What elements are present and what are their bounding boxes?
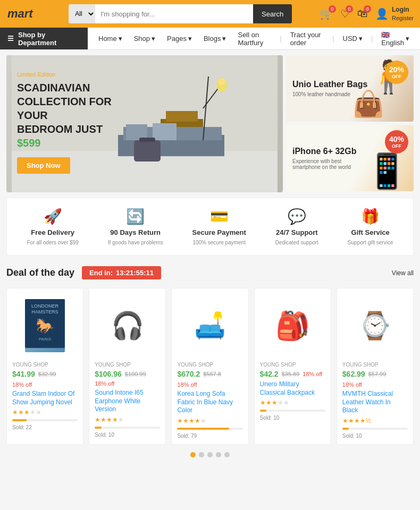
chevron-down-icon: ▾ [406,35,409,42]
star-rating: ★★★★★ [12,409,78,416]
product-name[interactable]: Sound Intone I65 Earphone White Version [95,389,160,414]
product-image-book[interactable]: LONDONERHAMSTERS 🐎 PARIS [12,294,78,358]
price-off: 18% off [177,381,197,388]
progress-fill [342,428,349,430]
chevron-down-icon: ▾ [188,35,192,42]
feature-delivery-sub: For all oders over $99 [27,240,78,245]
star-rating: ★★★★★ [177,417,242,424]
price-off: 18% off [342,381,362,388]
hero-price: $599 [17,137,41,149]
login-area[interactable]: 👤 Login Register [375,6,414,22]
product-image-headphones[interactable]: 🎧 [95,294,160,358]
search-category-select[interactable]: All [69,4,95,23]
side-banner-iphone[interactable]: iPhone 6+ 32Gb Experience with best smar… [286,125,414,191]
product-image-watch[interactable]: ⌚ [342,294,408,358]
login-link[interactable]: Login [392,6,414,14]
progress-fill [95,427,101,429]
nav-pages[interactable]: Pages ▾ [162,28,197,50]
main-nav: ☰ Shop by Department Home ▾ Shop ▾ Pages… [0,28,420,50]
watch-img: ⌚ [358,310,391,341]
product-name[interactable]: Korea Long Sofa Fabric In Blue Navy Colo… [177,390,242,415]
sold-progress-bar [177,428,242,430]
product-image-backpack[interactable]: 🎒 [260,294,325,358]
nav-track-order[interactable]: Tract your order [285,28,329,50]
chevron-down-icon: ▾ [119,35,122,42]
book-cover-img: LONDONERHAMSTERS 🐎 PARIS [25,299,65,352]
phone-illustration: 📱 [366,151,408,191]
price-row: $42.2 $35.89 18% off [260,370,325,378]
product-card-sofa: 🛋️ YOUNG SHOP $670.2 $567.8 18% off Kore… [171,288,248,445]
price-old: $35.89 [282,371,300,377]
pagination-dot-4[interactable] [216,452,221,457]
chevron-down-icon: ▾ [222,35,226,42]
deals-title: Deal of the day [6,267,74,278]
sofa-img: 🛋️ [194,311,226,341]
compare-icon-button[interactable]: 🛍 0 [357,7,368,20]
feature-support-sub: Dedicated support [275,240,318,245]
nav-language[interactable]: 🇬🇧 English ▾ [376,28,415,50]
feature-return-title: 90 Days Return [110,228,161,236]
sold-count: Sold: 10 [260,415,325,421]
pagination-dot-2[interactable] [199,452,204,457]
shop-dept-label: Shop by Department [18,31,80,47]
nav-sell[interactable]: Sell on Martfury [232,28,276,50]
feature-payment-sub: 100% secure payment [192,240,246,245]
svg-rect-7 [153,123,177,140]
pagination-dot-1[interactable] [190,452,196,457]
pagination-dot-3[interactable] [207,452,213,457]
product-shop-label: YOUNG SHOP [342,362,408,368]
hero-main-banner: Limited Edition SCADINAVIANCOLLECTION FO… [6,55,283,192]
product-shop-label: YOUNG SHOP [260,362,325,368]
search-input[interactable] [95,4,253,23]
product-card-backpack: 🎒 YOUNG SHOP $42.2 $35.89 18% off Unero … [254,288,331,445]
sold-count: Sold: 10 [95,432,160,438]
product-shop-label: YOUNG SHOP [177,362,242,368]
feature-return-sub: If goods have problems [108,240,163,245]
deals-header: Deal of the day End in: 13:21:55:11 View… [6,266,414,279]
product-name[interactable]: MVMTH Classical Leather Watch In Black [342,390,408,415]
features-bar: 🚀 Free Delivery For all oders over $99 🔄… [6,198,414,256]
nav-shop[interactable]: Shop ▾ [129,28,161,50]
card-icon: 💳 [210,208,229,225]
price-new: $670.2 [177,370,200,378]
product-name[interactable]: Grand Slam Indoor Of Show Jumping Novel [12,390,78,406]
hero-title: SCADINAVIANCOLLECTION FOR YOURBEDROOM JU… [17,81,123,150]
wishlist-icon-button[interactable]: ♡ 0 [340,7,350,20]
product-name[interactable]: Unero Military Classical Backpack [260,380,325,397]
nav-links: Home ▾ Shop ▾ Pages ▾ Blogs ▾ Sell on Ma… [88,28,420,50]
sold-progress-bar [260,410,325,412]
feature-gift-title: Gift Service [351,228,390,236]
shop-by-department-button[interactable]: ☰ Shop by Department [0,28,88,49]
pagination-dot-5[interactable] [224,452,230,457]
discount-badge-iphone: 40% OFF [385,130,408,154]
feature-gift: 🎁 Gift Service Support gift service [348,208,393,245]
sold-count: Sold: 22 [12,424,78,430]
progress-fill [260,410,266,412]
product-image-sofa[interactable]: 🛋️ [177,294,242,358]
cart-icon-button[interactable]: 🛒 0 [320,7,333,20]
timer-value: 13:21:55:11 [116,269,154,277]
price-new: $41.99 [12,370,35,378]
nav-blogs[interactable]: Blogs ▾ [198,28,232,50]
side-banner-bags[interactable]: Unio Leather Bags 100% leather handmade … [286,55,414,122]
shop-now-button[interactable]: Shop Now [17,157,70,174]
price-off: 18% off [95,380,114,387]
site-logo[interactable]: martfury [6,7,58,21]
register-link[interactable]: Register [392,14,414,22]
price-old: $57.99 [368,371,387,377]
price-old: $567.8 [203,371,221,377]
price-new: $106.96 [95,370,122,378]
feature-return: 🔄 90 Days Return If goods have problems [108,208,163,245]
timer-prefix: End in: [89,269,113,277]
search-bar: All Search [69,4,292,23]
search-button[interactable]: Search [253,4,292,23]
feature-gift-sub: Support gift service [348,240,393,245]
price-old: $100.99 [125,371,146,377]
support-icon: 💬 [288,208,306,225]
nav-home[interactable]: Home ▾ [93,28,128,50]
view-all-link[interactable]: View all [392,269,414,277]
person-icon: 👤 [375,7,389,20]
feature-delivery-title: Free Delivery [31,228,74,236]
nav-currency[interactable]: USD ▾ [338,28,368,50]
header: martfury All Search 🛒 0 ♡ 0 🛍 0 👤 Login … [0,0,420,28]
